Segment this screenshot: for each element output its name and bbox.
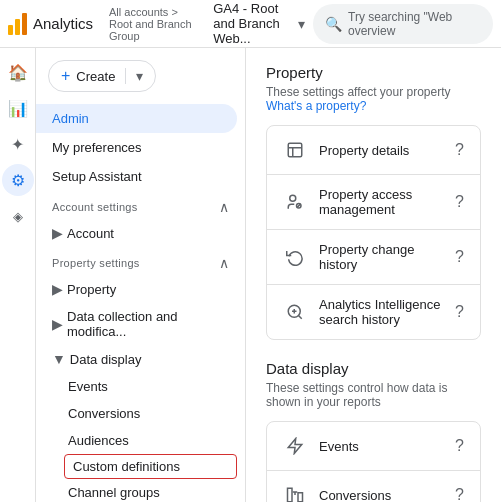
svg-line-6 bbox=[298, 315, 301, 318]
property-access-label: Property access management bbox=[319, 187, 443, 217]
property-settings-header: Property settings ∧ bbox=[36, 247, 245, 275]
nav-data-display[interactable]: ▼ Data display bbox=[36, 345, 245, 373]
events-chevron-icon: ? bbox=[455, 437, 464, 455]
search-bar[interactable]: 🔍 Try searching "Web overview bbox=[313, 4, 493, 44]
property-expand-icon: ▶ bbox=[52, 281, 63, 297]
svg-rect-0 bbox=[288, 143, 302, 157]
property-section-subtitle: These settings affect your property What… bbox=[266, 85, 481, 113]
property-access-chevron-icon: ? bbox=[455, 193, 464, 211]
nav-setup-assistant[interactable]: Setup Assistant bbox=[36, 162, 237, 191]
nav-data-collection[interactable]: ▶ Data collection and modifica... bbox=[36, 303, 245, 345]
top-bar: Analytics All accounts > Root and Branch… bbox=[0, 0, 501, 48]
property-history-chevron-icon: ? bbox=[455, 248, 464, 266]
analytics-intelligence-chevron-icon: ? bbox=[455, 303, 464, 321]
svg-point-3 bbox=[290, 195, 296, 201]
main-layout: 🏠 📊 ✦ ⚙ ◈ + Create ▾ Admin My preference… bbox=[0, 48, 501, 502]
property-details-item[interactable]: Property details ? bbox=[267, 126, 480, 175]
events-label: Events bbox=[319, 439, 443, 454]
conversions-icon bbox=[283, 483, 307, 502]
events-icon bbox=[283, 434, 307, 458]
nav-channel-groups[interactable]: Channel groups bbox=[36, 479, 237, 502]
property-access-icon bbox=[283, 190, 307, 214]
analytics-icon bbox=[8, 13, 27, 35]
breadcrumb: All accounts > Root and Branch Group bbox=[109, 6, 201, 42]
analytics-intelligence-item[interactable]: Analytics Intelligence search history ? bbox=[267, 285, 480, 339]
search-placeholder: Try searching "Web overview bbox=[348, 10, 481, 38]
property-settings-list: Property details ? Property access manag… bbox=[266, 125, 481, 340]
sidebar-reports-icon[interactable]: 📊 bbox=[2, 92, 34, 124]
property-toggle-icon[interactable]: ∧ bbox=[219, 255, 229, 271]
property-history-label: Property change history bbox=[319, 242, 443, 272]
sidebar-explore-icon[interactable]: ✦ bbox=[2, 128, 34, 160]
data-display-list: Events ? Conversions ? Audiences bbox=[266, 421, 481, 502]
my-preferences-label: My preferences bbox=[52, 140, 142, 155]
left-nav: + Create ▾ Admin My preferences Setup As… bbox=[36, 48, 246, 502]
property-history-icon bbox=[283, 245, 307, 269]
data-display-expand-icon: ▼ bbox=[52, 351, 66, 367]
conversions-label: Conversions bbox=[319, 488, 443, 503]
property-history-item[interactable]: Property change history ? bbox=[267, 230, 480, 285]
search-icon: 🔍 bbox=[325, 16, 342, 32]
data-display-section: Data display These settings control how … bbox=[266, 360, 481, 502]
create-chevron-icon: ▾ bbox=[136, 68, 143, 84]
svg-rect-10 bbox=[298, 493, 303, 502]
whats-property-link[interactable]: What's a property? bbox=[266, 99, 366, 113]
nav-audiences[interactable]: Audiences bbox=[36, 427, 237, 454]
property-section-title: Property bbox=[266, 64, 481, 81]
app-title: Analytics bbox=[33, 15, 93, 32]
svg-rect-9 bbox=[288, 488, 293, 502]
analytics-intelligence-label: Analytics Intelligence search history bbox=[319, 297, 443, 327]
chevron-down-icon: ▾ bbox=[298, 16, 305, 32]
analytics-intelligence-icon bbox=[283, 300, 307, 324]
property-section: Property These settings affect your prop… bbox=[266, 64, 481, 340]
conversions-item[interactable]: Conversions ? bbox=[267, 471, 480, 502]
sidebar-admin-icon[interactable]: ⚙ bbox=[2, 164, 34, 196]
logo: Analytics bbox=[8, 13, 93, 35]
divider bbox=[125, 68, 126, 84]
account-expand-icon: ▶ bbox=[52, 225, 63, 241]
nav-events[interactable]: Events bbox=[36, 373, 237, 400]
data-display-subtitle: These settings control how data is shown… bbox=[266, 381, 481, 409]
nav-my-preferences[interactable]: My preferences bbox=[36, 133, 237, 162]
account-toggle-icon[interactable]: ∧ bbox=[219, 199, 229, 215]
create-label: Create bbox=[76, 69, 115, 84]
nav-property[interactable]: ▶ Property bbox=[36, 275, 245, 303]
events-item[interactable]: Events ? bbox=[267, 422, 480, 471]
conversions-chevron-icon: ? bbox=[455, 486, 464, 502]
account-settings-header: Account settings ∧ bbox=[36, 191, 245, 219]
nav-account[interactable]: ▶ Account bbox=[36, 219, 245, 247]
property-details-label: Property details bbox=[319, 143, 443, 158]
property-selector[interactable]: GA4 - Root and Branch Web... ▾ bbox=[213, 1, 305, 46]
property-access-item[interactable]: Property access management ? bbox=[267, 175, 480, 230]
plus-icon: + bbox=[61, 67, 70, 85]
create-button[interactable]: + Create ▾ bbox=[48, 60, 156, 92]
data-display-title: Data display bbox=[266, 360, 481, 377]
property-name: GA4 - Root and Branch Web... bbox=[213, 1, 294, 46]
main-content: Property These settings affect your prop… bbox=[246, 48, 501, 502]
nav-admin[interactable]: Admin bbox=[36, 104, 237, 133]
admin-label: Admin bbox=[52, 111, 89, 126]
icon-sidebar: 🏠 📊 ✦ ⚙ ◈ bbox=[0, 48, 36, 502]
nav-custom-definitions[interactable]: Custom definitions bbox=[64, 454, 237, 479]
sidebar-advertising-icon[interactable]: ◈ bbox=[2, 200, 34, 232]
nav-conversions[interactable]: Conversions bbox=[36, 400, 237, 427]
property-details-chevron-icon: ? bbox=[455, 141, 464, 159]
data-collection-expand-icon: ▶ bbox=[52, 316, 63, 332]
setup-assistant-label: Setup Assistant bbox=[52, 169, 142, 184]
sidebar-home-icon[interactable]: 🏠 bbox=[2, 56, 34, 88]
property-details-icon bbox=[283, 138, 307, 162]
